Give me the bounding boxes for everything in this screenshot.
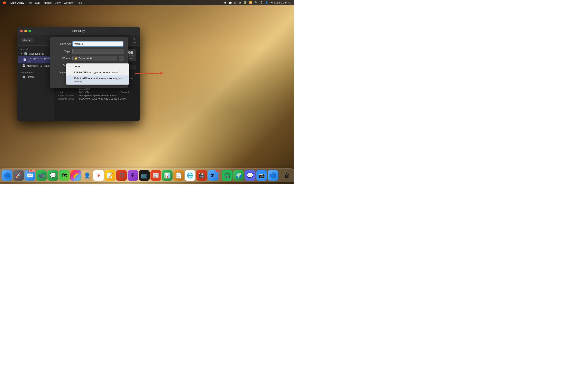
menubar-images[interactable]: Images [43, 1, 52, 4]
dock-appletv[interactable]: 📺 [139, 170, 150, 181]
view-label: View [23, 39, 28, 42]
dock-trash[interactable]: 🗑 [282, 170, 292, 181]
dock-finder2[interactable]: 🔵 [268, 170, 278, 181]
info-snapshot-row: Snapshot Name: com.apple.os.update-5FA33… [57, 94, 136, 97]
where-chevron-icon: ⌄ [114, 57, 116, 59]
sidebar-item-macintosh-data[interactable]: 💾 Macintosh HD - Data [17, 63, 54, 68]
sidebar-item-label: com.apple.os.update-5F... [28, 57, 52, 63]
menubar-file[interactable]: File [28, 1, 32, 4]
tags-input[interactable] [72, 49, 123, 54]
keynote-icon-glyph: 🎬 [198, 172, 205, 179]
dock-news[interactable]: 📰 [150, 170, 161, 181]
dock-separator [220, 171, 220, 180]
dock-zoom[interactable]: 📷 [256, 170, 267, 181]
spotify-icon-glyph: 🎧 [224, 172, 230, 179]
dropdown-item-128[interactable]: 128-bit AES encryption (recommended) [66, 70, 129, 75]
chrome-icon-glyph: 🌐 [187, 172, 193, 179]
dock-numbers[interactable]: 📊 [162, 170, 173, 181]
snapshot-icon: 📄 [23, 58, 26, 61]
enabled-value: Enabled [121, 91, 129, 93]
music-icon-glyph: 🎵 [118, 172, 125, 179]
screen-record-icon: ⬤ [229, 1, 232, 4]
dock-facetime[interactable]: 📹 [36, 170, 47, 181]
dropdown-item-label: 128-bit AES encryption (recommended) [74, 71, 120, 74]
dock-appstore[interactable]: 🛍 1 [208, 170, 218, 181]
used-row-value: 20.21 GB [79, 91, 89, 93]
numbers-icon-glyph: 📊 [164, 172, 171, 179]
appstore-icon-glyph: 🛍 [210, 172, 216, 179]
sidebar-item-label: Macintosh HD [29, 52, 44, 55]
clock: Fri Sep 9 11:44 AM [270, 1, 292, 4]
calendar-icon-glyph: 9 [97, 173, 100, 178]
dock-notes[interactable]: 📝 [105, 170, 115, 181]
toolbar-left: View ▼ [21, 38, 33, 42]
enabled-label [99, 91, 119, 93]
snapshot-value: com.apple.os.update-5FA336C9A17DFDB75089… [79, 94, 120, 97]
selection-arrow [135, 72, 162, 75]
messages-icon-glyph: 💬 [49, 172, 56, 179]
finder-icon-glyph: 🔵 [4, 172, 10, 179]
dock-chrome[interactable]: 🌐 [185, 170, 195, 181]
discord-icon-glyph: 💬 [247, 172, 253, 179]
dock-maps[interactable]: 🗺 [59, 170, 70, 181]
dock-photos[interactable]: 🌈 [70, 170, 81, 181]
dock-discord[interactable]: 💬 [245, 170, 255, 181]
menubar-window[interactable]: Window [64, 1, 73, 4]
news-icon-glyph: 📰 [153, 172, 159, 179]
checkmark-icon: ✓ [69, 65, 72, 68]
dock-music[interactable]: 🎵 [116, 170, 127, 181]
info-icon: ℹ [132, 37, 136, 41]
zoom-icon-glyph: 📷 [258, 172, 265, 179]
dock-pages[interactable]: 📄 [173, 170, 184, 181]
facetime-status-icon: ⏹ [224, 1, 227, 4]
wifi-icon: 📶 [249, 1, 252, 4]
dock-keynote[interactable]: 🎬 [196, 170, 207, 181]
apple-menu[interactable]: 🍎 [2, 1, 6, 4]
menubar-edit[interactable]: Edit [35, 1, 39, 4]
save-as-input[interactable] [72, 41, 123, 47]
dock-podcasts[interactable]: 🎙 [128, 170, 138, 181]
minimize-button[interactable] [24, 30, 27, 32]
installer-icon: 💿 [22, 75, 26, 79]
arrow-head [159, 72, 162, 75]
dock-contacts[interactable]: 👤 [82, 170, 92, 181]
dock-mail[interactable]: ✉️ 14,836 [25, 170, 35, 181]
dropdown-item-256[interactable]: 256-bit AES encryption (more secure, but… [66, 75, 129, 84]
menubar-help[interactable]: Help [76, 1, 82, 4]
maps-icon-glyph: 🗺 [62, 172, 67, 179]
where-label: Where: [54, 57, 71, 60]
dock-globe[interactable]: 🌍 [233, 170, 244, 181]
notes-icon-glyph: 📝 [107, 172, 113, 179]
sidebar-item-label: Macintosh HD - Data [27, 64, 49, 67]
facetime-icon-glyph: 📹 [38, 172, 45, 179]
launchpad-icon-glyph: 🚀 [15, 172, 22, 179]
control-center-icon[interactable]: 🎛 [260, 1, 263, 4]
sidebar-item-macintosh-hd[interactable]: ▼ 💽 Macintosh HD [17, 51, 54, 56]
dock-launchpad[interactable]: 🚀 [13, 170, 24, 181]
maximize-button[interactable] [28, 30, 31, 32]
display-icon: 🖥 [239, 1, 241, 4]
where-row: Where: 📁 Documents ⌄ ⌃ [54, 56, 123, 61]
menubar-left: 🍎 Disk Utility File Edit Images View Win… [2, 1, 82, 4]
info-label: Info [132, 42, 136, 44]
sidebar-item-label: Installer [27, 76, 35, 79]
where-expand-button[interactable]: ⌃ [119, 56, 123, 61]
folder-icon: 📁 [74, 57, 77, 60]
dock-calendar[interactable]: 9 [93, 170, 104, 181]
dock: 🔵 🚀 ✉️ 14,836 📹 💬 🗺 🌈 👤 9 📝 🎵 🎙 📺 📰 📊 [0, 168, 294, 182]
view-button[interactable]: View ▼ [21, 38, 33, 42]
menubar-app-name[interactable]: Disk Utility [10, 1, 24, 4]
appstore-badge: 1 [215, 170, 219, 172]
menubar-view[interactable]: View [55, 1, 61, 4]
dock-spotify[interactable]: 🎧 [222, 170, 232, 181]
dock-finder[interactable]: 🔵 [2, 170, 12, 181]
close-button[interactable] [20, 30, 23, 32]
dock-messages[interactable]: 💬 [47, 170, 58, 181]
search-icon[interactable]: 🔍 [255, 1, 257, 4]
data-icon: 💾 [22, 64, 26, 67]
where-select[interactable]: 📁 Documents ⌄ [72, 56, 117, 61]
sidebar-item-installer[interactable]: 💿 Installer [17, 75, 54, 79]
toolbar-info[interactable]: ℹ Info [132, 37, 136, 44]
sidebar-item-snapshot[interactable]: 📄 com.apple.os.update-5F... [18, 56, 53, 63]
dropdown-item-none[interactable]: ✓ none [66, 64, 129, 70]
